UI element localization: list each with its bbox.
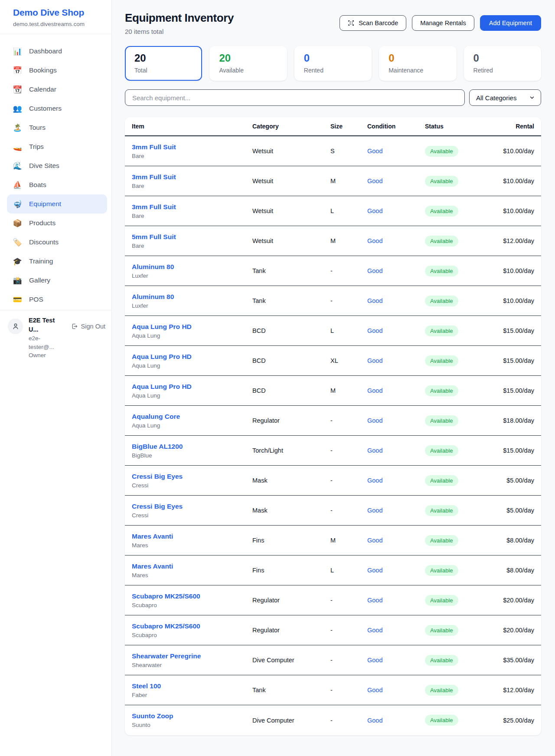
item-name-link[interactable]: Steel 100	[132, 682, 161, 690]
item-condition-link[interactable]: Good	[367, 717, 382, 724]
search-input[interactable]	[125, 89, 465, 106]
user-box: E2E Test U... e2e-tester@... Owner Sign …	[0, 310, 111, 365]
item-condition-link[interactable]: Good	[367, 477, 382, 484]
table-row: Mares Avanti Mares Fins L Good Available…	[125, 555, 541, 585]
sidebar-item-products[interactable]: 📦 Products	[0, 214, 111, 233]
sidebar-item-training[interactable]: 🎓 Training	[0, 252, 111, 271]
item-size: S	[330, 148, 367, 154]
add-equipment-label: Add Equipment	[489, 20, 532, 26]
scan-barcode-label: Scan Barcode	[359, 20, 398, 26]
item-rental: $12.00/day	[473, 687, 534, 694]
item-condition-link[interactable]: Good	[367, 537, 382, 544]
table-row: Aqua Lung Pro HD Aqua Lung BCD L Good Av…	[125, 316, 541, 346]
item-name-link[interactable]: Scubapro MK25/S600	[132, 622, 200, 630]
item-name-link[interactable]: 5mm Full Suit	[132, 233, 176, 241]
item-name-link[interactable]: Scubapro MK25/S600	[132, 592, 200, 600]
sidebar-item-gallery[interactable]: 📸 Gallery	[0, 271, 111, 290]
table-row: 3mm Full Suit Bare Wetsuit M Good Availa…	[125, 166, 541, 196]
item-brand: Scubapro	[132, 602, 252, 608]
stat-card-retired[interactable]: 0 Retired	[464, 46, 541, 81]
stat-value: 0	[304, 52, 362, 64]
sidebar-item-tours[interactable]: 🏝️ Tours	[0, 118, 111, 137]
item-condition-link[interactable]: Good	[367, 357, 382, 364]
item-brand: Mares	[132, 542, 252, 549]
manage-rentals-button[interactable]: Manage Rentals	[412, 15, 474, 31]
item-name-link[interactable]: 3mm Full Suit	[132, 143, 176, 151]
item-condition-link[interactable]: Good	[367, 417, 382, 424]
item-size: L	[330, 207, 367, 214]
item-condition-link[interactable]: Good	[367, 567, 382, 574]
item-condition-link[interactable]: Good	[367, 177, 382, 184]
shop-title: Demo Dive Shop	[13, 7, 101, 18]
item-name-link[interactable]: 3mm Full Suit	[132, 203, 176, 211]
sidebar-item-trips[interactable]: 🚤 Trips	[0, 137, 111, 156]
table-row: Shearwater Peregrine Shearwater Dive Com…	[125, 645, 541, 675]
item-brand: Bare	[132, 213, 252, 219]
status-badge: Available	[425, 565, 458, 576]
item-size: -	[330, 267, 367, 274]
sidebar-item-discounts[interactable]: 🏷️ Discounts	[0, 233, 111, 252]
item-name-link[interactable]: Aqua Lung Pro HD	[132, 323, 192, 331]
item-name-link[interactable]: Aqualung Core	[132, 413, 180, 421]
item-name-link[interactable]: Cressi Big Eyes	[132, 503, 183, 510]
item-name-link[interactable]: Suunto Zoop	[132, 712, 173, 720]
item-rental: $5.00/day	[473, 507, 534, 514]
item-condition-link[interactable]: Good	[367, 657, 382, 664]
item-condition-link[interactable]: Good	[367, 237, 382, 244]
sidebar-item-bookings[interactable]: 📅 Bookings	[0, 61, 111, 80]
gallery-icon: 📸	[12, 276, 23, 285]
manage-rentals-label: Manage Rentals	[420, 20, 466, 26]
item-name-link[interactable]: Aqua Lung Pro HD	[132, 353, 192, 361]
category-select[interactable]: All Categories	[469, 89, 541, 106]
item-name-link[interactable]: 3mm Full Suit	[132, 173, 176, 181]
sidebar-item-boats[interactable]: ⛵ Boats	[0, 175, 111, 194]
sidebar-item-calendar[interactable]: 📆 Calendar	[0, 80, 111, 99]
stat-card-available[interactable]: 20 Available	[209, 46, 287, 81]
scan-barcode-button[interactable]: Scan Barcode	[340, 15, 406, 31]
sign-out-icon	[71, 323, 78, 330]
stat-label: Maintenance	[388, 67, 447, 74]
sidebar-item-label: Discounts	[29, 238, 59, 246]
item-condition-link[interactable]: Good	[367, 327, 382, 334]
sign-out-button[interactable]: Sign Out	[71, 323, 105, 330]
equipment-icon: 🤿	[12, 200, 23, 209]
sidebar-item-dive-sites[interactable]: 🌊 Dive Sites	[0, 156, 111, 175]
item-name-link[interactable]: Aluminum 80	[132, 293, 174, 301]
sidebar-item-customers[interactable]: 👥 Customers	[0, 99, 111, 118]
item-condition-link[interactable]: Good	[367, 627, 382, 634]
sidebar-item-dashboard[interactable]: 📊 Dashboard	[0, 42, 111, 61]
item-condition-link[interactable]: Good	[367, 267, 382, 274]
stat-card-total[interactable]: 20 Total	[125, 46, 202, 81]
item-size: -	[330, 687, 367, 694]
stat-label: Rented	[304, 67, 362, 74]
item-category: Mask	[252, 477, 330, 484]
item-condition-link[interactable]: Good	[367, 687, 382, 694]
item-condition-link[interactable]: Good	[367, 447, 382, 454]
stat-value: 0	[473, 52, 532, 64]
item-condition-link[interactable]: Good	[367, 297, 382, 304]
item-name-link[interactable]: Aqua Lung Pro HD	[132, 383, 192, 391]
item-name-link[interactable]: Shearwater Peregrine	[132, 652, 201, 660]
item-condition-link[interactable]: Good	[367, 207, 382, 214]
item-name-link[interactable]: BigBlue AL1200	[132, 443, 183, 450]
item-brand: Luxfer	[132, 302, 252, 309]
item-rental: $35.00/day	[473, 657, 534, 664]
stat-card-maintenance[interactable]: 0 Maintenance	[379, 46, 456, 81]
item-name-link[interactable]: Aluminum 80	[132, 263, 174, 271]
item-name-link[interactable]: Mares Avanti	[132, 532, 173, 540]
stat-value: 20	[219, 52, 277, 64]
item-name-link[interactable]: Cressi Big Eyes	[132, 473, 183, 480]
sidebar: Demo Dive Shop demo.test.divestreams.com…	[0, 0, 112, 756]
item-name-link[interactable]: Mares Avanti	[132, 562, 173, 570]
add-equipment-button[interactable]: Add Equipment	[480, 15, 541, 31]
item-size: -	[330, 627, 367, 634]
item-condition-link[interactable]: Good	[367, 387, 382, 394]
sidebar-item-equipment[interactable]: 🤿 Equipment	[7, 194, 107, 214]
item-condition-link[interactable]: Good	[367, 148, 382, 154]
item-condition-link[interactable]: Good	[367, 507, 382, 514]
stat-card-rented[interactable]: 0 Rented	[294, 46, 372, 81]
sidebar-item-pos[interactable]: 💳 POS	[0, 290, 111, 309]
item-size: -	[330, 717, 367, 724]
user-email: e2e-tester@...	[29, 334, 65, 351]
item-condition-link[interactable]: Good	[367, 597, 382, 604]
